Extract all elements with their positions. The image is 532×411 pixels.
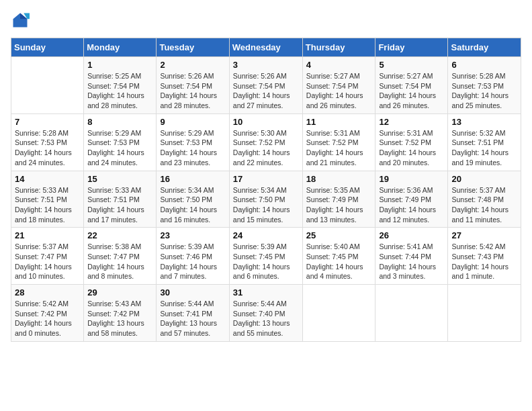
day-number: 14 xyxy=(15,174,80,184)
header-wednesday: Wednesday xyxy=(229,38,302,57)
day-cell xyxy=(11,57,84,114)
week-row-1: 1Sunrise: 5:25 AM Sunset: 7:54 PM Daylig… xyxy=(11,57,521,114)
page-header xyxy=(11,11,521,30)
header-tuesday: Tuesday xyxy=(157,38,229,57)
day-number: 12 xyxy=(379,117,444,127)
day-info: Sunrise: 5:26 AM Sunset: 7:54 PM Dayligh… xyxy=(160,71,225,111)
day-info: Sunrise: 5:26 AM Sunset: 7:54 PM Dayligh… xyxy=(233,71,299,111)
day-cell: 10Sunrise: 5:30 AM Sunset: 7:52 PM Dayli… xyxy=(229,113,302,171)
day-cell: 21Sunrise: 5:37 AM Sunset: 7:47 PM Dayli… xyxy=(11,228,84,285)
day-cell: 23Sunrise: 5:39 AM Sunset: 7:46 PM Dayli… xyxy=(157,228,229,285)
day-number: 23 xyxy=(160,230,225,240)
day-cell: 28Sunrise: 5:42 AM Sunset: 7:42 PM Dayli… xyxy=(11,285,84,342)
week-row-2: 7Sunrise: 5:28 AM Sunset: 7:53 PM Daylig… xyxy=(11,113,521,171)
day-cell: 22Sunrise: 5:38 AM Sunset: 7:47 PM Dayli… xyxy=(84,228,157,285)
day-number: 15 xyxy=(87,174,152,184)
day-info: Sunrise: 5:44 AM Sunset: 7:40 PM Dayligh… xyxy=(233,299,299,338)
day-info: Sunrise: 5:27 AM Sunset: 7:54 PM Dayligh… xyxy=(379,71,444,111)
day-number: 25 xyxy=(306,230,372,240)
day-number: 16 xyxy=(160,174,225,184)
header-saturday: Saturday xyxy=(448,38,521,57)
day-info: Sunrise: 5:37 AM Sunset: 7:48 PM Dayligh… xyxy=(451,185,517,225)
day-number: 5 xyxy=(379,60,444,70)
day-number: 30 xyxy=(160,287,225,298)
day-info: Sunrise: 5:31 AM Sunset: 7:52 PM Dayligh… xyxy=(306,128,372,168)
day-cell: 11Sunrise: 5:31 AM Sunset: 7:52 PM Dayli… xyxy=(302,113,375,171)
day-info: Sunrise: 5:42 AM Sunset: 7:43 PM Dayligh… xyxy=(451,242,517,281)
day-number: 2 xyxy=(160,60,225,70)
day-cell: 4Sunrise: 5:27 AM Sunset: 7:54 PM Daylig… xyxy=(302,57,375,114)
day-number: 4 xyxy=(306,60,372,70)
day-cell: 30Sunrise: 5:44 AM Sunset: 7:41 PM Dayli… xyxy=(157,285,229,342)
day-info: Sunrise: 5:25 AM Sunset: 7:54 PM Dayligh… xyxy=(87,71,152,111)
day-cell: 9Sunrise: 5:29 AM Sunset: 7:53 PM Daylig… xyxy=(157,113,229,171)
day-number: 17 xyxy=(233,174,299,184)
day-cell: 13Sunrise: 5:32 AM Sunset: 7:51 PM Dayli… xyxy=(448,113,521,171)
day-number: 29 xyxy=(87,287,152,298)
day-info: Sunrise: 5:28 AM Sunset: 7:53 PM Dayligh… xyxy=(451,71,517,111)
day-number: 7 xyxy=(15,117,80,127)
day-cell: 20Sunrise: 5:37 AM Sunset: 7:48 PM Dayli… xyxy=(448,171,521,228)
day-info: Sunrise: 5:28 AM Sunset: 7:53 PM Dayligh… xyxy=(15,128,80,168)
day-info: Sunrise: 5:38 AM Sunset: 7:47 PM Dayligh… xyxy=(87,242,152,281)
header-friday: Friday xyxy=(375,38,448,57)
week-row-5: 28Sunrise: 5:42 AM Sunset: 7:42 PM Dayli… xyxy=(11,285,521,342)
day-info: Sunrise: 5:31 AM Sunset: 7:52 PM Dayligh… xyxy=(379,128,444,168)
day-info: Sunrise: 5:43 AM Sunset: 7:42 PM Dayligh… xyxy=(87,299,152,338)
day-cell: 16Sunrise: 5:34 AM Sunset: 7:50 PM Dayli… xyxy=(157,171,229,228)
day-info: Sunrise: 5:39 AM Sunset: 7:45 PM Dayligh… xyxy=(233,242,299,281)
week-row-4: 21Sunrise: 5:37 AM Sunset: 7:47 PM Dayli… xyxy=(11,228,521,285)
day-info: Sunrise: 5:29 AM Sunset: 7:53 PM Dayligh… xyxy=(87,128,152,168)
day-number: 31 xyxy=(233,287,299,298)
day-number: 27 xyxy=(451,230,517,240)
day-cell: 29Sunrise: 5:43 AM Sunset: 7:42 PM Dayli… xyxy=(84,285,157,342)
day-number: 10 xyxy=(233,117,299,127)
header-monday: Monday xyxy=(84,38,157,57)
day-number: 20 xyxy=(451,174,517,184)
day-cell: 5Sunrise: 5:27 AM Sunset: 7:54 PM Daylig… xyxy=(375,57,448,114)
day-cell: 24Sunrise: 5:39 AM Sunset: 7:45 PM Dayli… xyxy=(229,228,302,285)
day-number: 3 xyxy=(233,60,299,70)
logo-icon xyxy=(11,11,30,30)
logo xyxy=(11,11,32,30)
day-cell: 31Sunrise: 5:44 AM Sunset: 7:40 PM Dayli… xyxy=(229,285,302,342)
calendar-header-row: SundayMondayTuesdayWednesdayThursdayFrid… xyxy=(11,38,521,57)
day-info: Sunrise: 5:33 AM Sunset: 7:51 PM Dayligh… xyxy=(87,185,152,225)
day-cell: 1Sunrise: 5:25 AM Sunset: 7:54 PM Daylig… xyxy=(84,57,157,114)
day-number: 8 xyxy=(87,117,152,127)
day-info: Sunrise: 5:40 AM Sunset: 7:45 PM Dayligh… xyxy=(306,242,372,281)
day-cell: 8Sunrise: 5:29 AM Sunset: 7:53 PM Daylig… xyxy=(84,113,157,171)
day-cell xyxy=(375,285,448,342)
day-number: 13 xyxy=(451,117,517,127)
day-info: Sunrise: 5:34 AM Sunset: 7:50 PM Dayligh… xyxy=(233,185,299,225)
day-cell: 18Sunrise: 5:35 AM Sunset: 7:49 PM Dayli… xyxy=(302,171,375,228)
day-info: Sunrise: 5:27 AM Sunset: 7:54 PM Dayligh… xyxy=(306,71,372,111)
day-info: Sunrise: 5:33 AM Sunset: 7:51 PM Dayligh… xyxy=(15,185,80,225)
day-cell: 3Sunrise: 5:26 AM Sunset: 7:54 PM Daylig… xyxy=(229,57,302,114)
day-cell: 2Sunrise: 5:26 AM Sunset: 7:54 PM Daylig… xyxy=(157,57,229,114)
day-number: 26 xyxy=(379,230,444,240)
day-number: 9 xyxy=(160,117,225,127)
day-info: Sunrise: 5:42 AM Sunset: 7:42 PM Dayligh… xyxy=(15,299,80,338)
day-info: Sunrise: 5:35 AM Sunset: 7:49 PM Dayligh… xyxy=(306,185,372,225)
day-cell: 25Sunrise: 5:40 AM Sunset: 7:45 PM Dayli… xyxy=(302,228,375,285)
day-number: 6 xyxy=(451,60,517,70)
day-cell: 15Sunrise: 5:33 AM Sunset: 7:51 PM Dayli… xyxy=(84,171,157,228)
day-info: Sunrise: 5:39 AM Sunset: 7:46 PM Dayligh… xyxy=(160,242,225,281)
calendar-table: SundayMondayTuesdayWednesdayThursdayFrid… xyxy=(11,38,521,342)
day-info: Sunrise: 5:44 AM Sunset: 7:41 PM Dayligh… xyxy=(160,299,225,338)
day-cell xyxy=(448,285,521,342)
day-number: 24 xyxy=(233,230,299,240)
day-info: Sunrise: 5:29 AM Sunset: 7:53 PM Dayligh… xyxy=(160,128,225,168)
day-info: Sunrise: 5:41 AM Sunset: 7:44 PM Dayligh… xyxy=(379,242,444,281)
day-cell: 6Sunrise: 5:28 AM Sunset: 7:53 PM Daylig… xyxy=(448,57,521,114)
header-sunday: Sunday xyxy=(11,38,84,57)
day-cell: 14Sunrise: 5:33 AM Sunset: 7:51 PM Dayli… xyxy=(11,171,84,228)
day-number: 19 xyxy=(379,174,444,184)
day-cell: 27Sunrise: 5:42 AM Sunset: 7:43 PM Dayli… xyxy=(448,228,521,285)
header-thursday: Thursday xyxy=(302,38,375,57)
day-number: 1 xyxy=(87,60,152,70)
day-number: 22 xyxy=(87,230,152,240)
day-number: 28 xyxy=(15,287,80,298)
day-cell: 19Sunrise: 5:36 AM Sunset: 7:49 PM Dayli… xyxy=(375,171,448,228)
